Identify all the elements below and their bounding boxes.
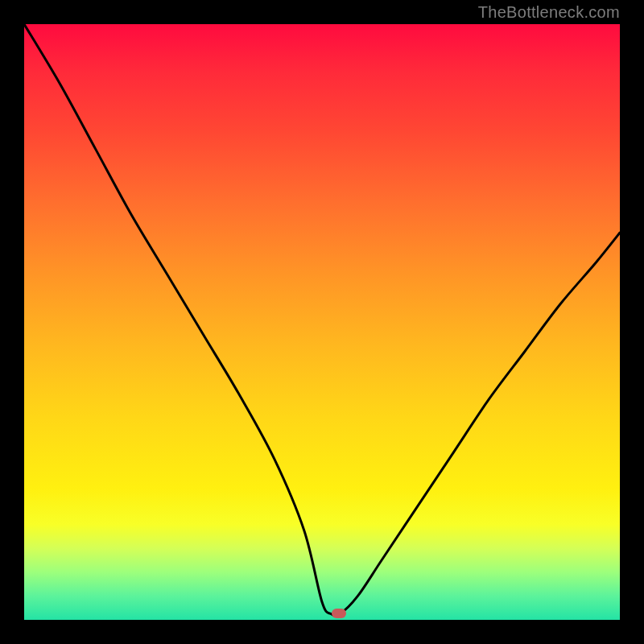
chart-frame: TheBottleneck.com: [0, 0, 644, 644]
curve-svg: [24, 24, 620, 620]
optimal-marker: [332, 609, 346, 618]
chart-plot-area: [24, 24, 620, 620]
watermark: TheBottleneck.com: [478, 3, 620, 22]
bottleneck-curve: [24, 24, 620, 616]
